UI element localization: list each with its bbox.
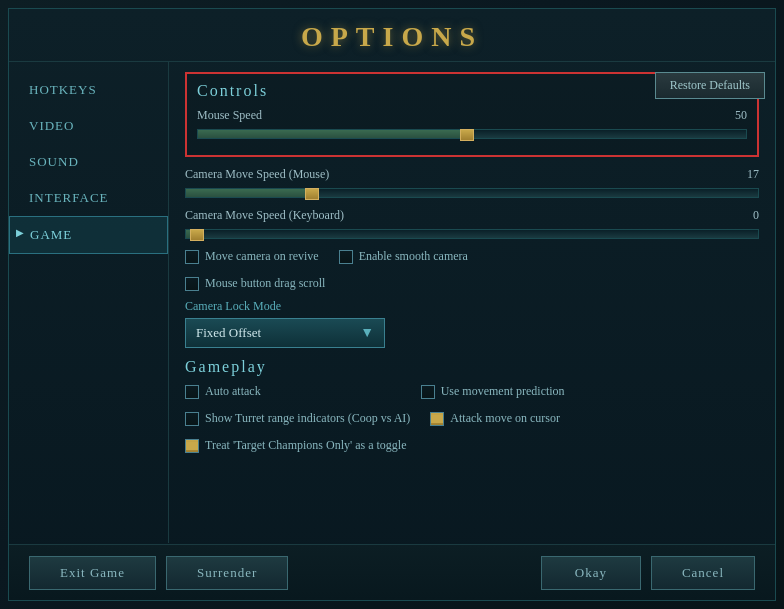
- attack-move-check-mark: [431, 415, 437, 423]
- surrender-button[interactable]: Surrender: [166, 556, 288, 590]
- target-champions-check-mark: [186, 442, 192, 450]
- content-area: HOTKEYS VIDEO SOUND INTERFACE GAME Resto…: [9, 62, 775, 543]
- camera-mouse-value: 17: [731, 167, 759, 182]
- mouse-speed-row: Mouse Speed 50: [197, 108, 747, 123]
- auto-attack-checkbox[interactable]: [185, 385, 199, 399]
- move-camera-revive-row: Move camera on revive: [185, 249, 319, 264]
- okay-button[interactable]: Okay: [541, 556, 641, 590]
- mouse-speed-label: Mouse Speed: [197, 108, 719, 123]
- dialog-title: OPTIONS: [301, 21, 483, 52]
- sidebar-item-sound[interactable]: SOUND: [9, 144, 168, 180]
- camera-mouse-row: Camera Move Speed (Mouse) 17: [185, 167, 759, 182]
- sidebar-item-hotkeys[interactable]: HOTKEYS: [9, 72, 168, 108]
- checkbox-row-1: Move camera on revive Enable smooth came…: [185, 249, 759, 270]
- gameplay-row-2: Show Turret range indicators (Coop vs AI…: [185, 411, 759, 432]
- attack-move-checkbox[interactable]: [430, 412, 444, 426]
- exit-game-button[interactable]: Exit Game: [29, 556, 156, 590]
- camera-keyboard-thumb[interactable]: [190, 229, 204, 241]
- sidebar-item-video[interactable]: VIDEO: [9, 108, 168, 144]
- mouse-speed-slider[interactable]: [197, 129, 747, 139]
- sidebar: HOTKEYS VIDEO SOUND INTERFACE GAME: [9, 62, 169, 543]
- target-champions-label: Treat 'Target Champions Only' as a toggl…: [205, 438, 406, 453]
- camera-keyboard-track[interactable]: [185, 229, 759, 239]
- turret-range-row: Show Turret range indicators (Coop vs AI…: [185, 411, 410, 426]
- mouse-speed-track[interactable]: [197, 129, 747, 139]
- mouse-speed-value: 50: [719, 108, 747, 123]
- camera-mouse-label: Camera Move Speed (Mouse): [185, 167, 731, 182]
- restore-defaults-button[interactable]: Restore Defaults: [655, 72, 765, 99]
- target-champions-row: Treat 'Target Champions Only' as a toggl…: [185, 438, 759, 453]
- auto-attack-row: Auto attack: [185, 384, 261, 399]
- camera-mouse-thumb[interactable]: [305, 188, 319, 200]
- turret-range-label: Show Turret range indicators (Coop vs AI…: [205, 411, 410, 426]
- title-bar: OPTIONS: [9, 9, 775, 62]
- bottom-left-buttons: Exit Game Surrender: [29, 556, 288, 590]
- camera-keyboard-row: Camera Move Speed (Keyboard) 0: [185, 208, 759, 223]
- move-camera-revive-checkbox[interactable]: [185, 250, 199, 264]
- mouse-speed-thumb[interactable]: [460, 129, 474, 141]
- camera-mouse-fill: [186, 189, 312, 197]
- movement-prediction-row: Use movement prediction: [421, 384, 565, 399]
- target-champions-checkbox[interactable]: [185, 439, 199, 453]
- sidebar-item-game[interactable]: GAME: [9, 216, 168, 254]
- movement-prediction-label: Use movement prediction: [441, 384, 565, 399]
- smooth-camera-row: Enable smooth camera: [339, 249, 468, 264]
- mouse-drag-label: Mouse button drag scroll: [205, 276, 325, 291]
- main-panel: Restore Defaults Controls Mouse Speed 50: [169, 62, 775, 543]
- movement-prediction-checkbox[interactable]: [421, 385, 435, 399]
- turret-range-checkbox[interactable]: [185, 412, 199, 426]
- camera-lock-value: Fixed Offset: [196, 325, 261, 341]
- bottom-bar: Exit Game Surrender Okay Cancel: [9, 544, 775, 600]
- options-dialog: OPTIONS HOTKEYS VIDEO SOUND INTERFACE GA…: [8, 8, 776, 601]
- gameplay-title: Gameplay: [185, 358, 759, 376]
- bottom-right-buttons: Okay Cancel: [541, 556, 755, 590]
- camera-mouse-track[interactable]: [185, 188, 759, 198]
- camera-mouse-slider[interactable]: [185, 188, 759, 198]
- camera-lock-section: Camera Lock Mode Fixed Offset ▼: [185, 299, 759, 348]
- move-camera-revive-label: Move camera on revive: [205, 249, 319, 264]
- gameplay-row-1: Auto attack Use movement prediction: [185, 384, 759, 405]
- camera-keyboard-slider[interactable]: [185, 229, 759, 239]
- smooth-camera-checkbox[interactable]: [339, 250, 353, 264]
- mouse-drag-checkbox[interactable]: [185, 277, 199, 291]
- attack-move-label: Attack move on cursor: [450, 411, 560, 426]
- camera-keyboard-value: 0: [731, 208, 759, 223]
- camera-lock-dropdown[interactable]: Fixed Offset ▼: [185, 318, 385, 348]
- mouse-drag-row: Mouse button drag scroll: [185, 276, 759, 291]
- attack-move-row: Attack move on cursor: [430, 411, 560, 426]
- gameplay-section: Gameplay Auto attack Use movement predic…: [185, 358, 759, 453]
- dropdown-arrow-icon: ▼: [360, 325, 374, 341]
- mouse-speed-fill: [198, 130, 467, 138]
- auto-attack-label: Auto attack: [205, 384, 261, 399]
- cancel-button[interactable]: Cancel: [651, 556, 755, 590]
- camera-lock-label: Camera Lock Mode: [185, 299, 759, 314]
- sidebar-item-interface[interactable]: INTERFACE: [9, 180, 168, 216]
- camera-keyboard-label: Camera Move Speed (Keyboard): [185, 208, 731, 223]
- smooth-camera-label: Enable smooth camera: [359, 249, 468, 264]
